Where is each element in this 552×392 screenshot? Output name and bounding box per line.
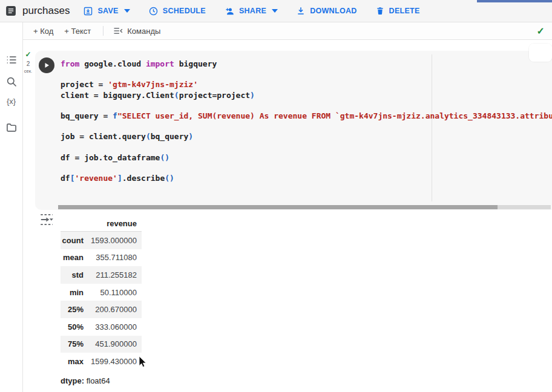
notebook-saved-check: ✓ (537, 25, 545, 37)
code-line: project = 'gtm-k4v7jns-mjziz' (61, 79, 552, 90)
table-row: 75%451.900000 (61, 336, 142, 353)
row-label: 25% (61, 305, 84, 314)
trash-icon (375, 6, 385, 16)
row-value: 211.255182 (84, 270, 142, 279)
clock-icon (148, 6, 159, 16)
row-label: min (61, 288, 84, 297)
table-row: mean355.711080 (61, 249, 142, 267)
code-line: df = job.to_dataframe() (61, 152, 552, 163)
files-icon[interactable] (5, 122, 18, 134)
notebook-icon (5, 5, 17, 17)
cell-success-check: ✓ (22, 51, 34, 58)
mouse-cursor (137, 356, 147, 368)
share-menu-button[interactable] (272, 9, 278, 13)
interactive-table-toggle[interactable] (39, 212, 56, 229)
delete-button[interactable]: DELETE (375, 6, 420, 16)
window-scrollbar-thumb[interactable] (477, 0, 552, 2)
table-of-contents-icon[interactable] (5, 54, 18, 66)
code-line (61, 142, 552, 152)
code-line: job = client.query(bq_query) (61, 131, 552, 142)
interactive-table-icon (39, 212, 54, 227)
code-cell: from google.cloud import bigquery projec… (35, 51, 552, 210)
chevron-down-icon (272, 9, 278, 13)
command-palette-icon (113, 27, 123, 35)
save-menu-button[interactable] (124, 9, 130, 13)
dtype-value: float64 (87, 376, 110, 385)
toolbar-divider (103, 26, 104, 36)
save-button[interactable]: SAVE (83, 6, 118, 16)
code-line (61, 163, 552, 173)
row-value: 451.900000 (84, 339, 142, 348)
table-row: min50.110000 (61, 284, 142, 301)
code-editor[interactable]: from google.cloud import bigquery projec… (61, 59, 552, 183)
add-code-button[interactable]: + Код (33, 27, 53, 36)
download-icon (296, 6, 306, 16)
row-value: 200.670000 (84, 305, 142, 314)
commands-button[interactable]: Команды (113, 27, 160, 36)
execution-status: ✓ 2 сек. (22, 51, 34, 74)
row-value: 355.711080 (84, 253, 142, 262)
search-icon[interactable] (5, 76, 18, 88)
row-label: 50% (61, 322, 84, 332)
row-value: 1593.000000 (84, 236, 142, 245)
code-line (61, 121, 552, 131)
execution-duration-unit: сек. (22, 69, 34, 74)
code-line: client = bigquery.Client(project=project… (61, 90, 552, 100)
row-label: std (61, 270, 84, 279)
add-text-label: + Текст (64, 27, 91, 36)
cell-actions-toolbar (529, 44, 552, 62)
variables-icon[interactable]: {x} (7, 97, 16, 106)
table-row: 25%200.670000 (61, 301, 142, 318)
chevron-down-icon (124, 9, 130, 13)
table-row: std211.255182 (61, 266, 142, 284)
delete-label: DELETE (389, 7, 420, 15)
schedule-label: SCHEDULE (163, 7, 206, 15)
share-label: SHARE (239, 7, 266, 15)
run-cell-button[interactable] (39, 57, 54, 73)
notebook-title[interactable]: purchases (22, 5, 70, 17)
schedule-button[interactable]: SCHEDULE (148, 6, 206, 16)
row-label: mean (61, 253, 84, 262)
cell-toolbar: + Код + Текст Команды ✓ (22, 22, 552, 40)
save-label: SAVE (97, 7, 118, 15)
row-label: count (61, 236, 84, 245)
dtype-label: dtype: (61, 376, 84, 385)
dtype-line: dtype: float64 (61, 376, 110, 385)
row-value: 333.060000 (84, 322, 142, 332)
person-add-icon (224, 6, 235, 16)
row-label: 75% (61, 339, 84, 348)
download-button[interactable]: DOWNLOAD (296, 6, 356, 16)
execution-duration: 2 (22, 61, 34, 67)
table-column-header: revenue (61, 216, 142, 232)
horizontal-scrollbar-thumb[interactable] (58, 205, 498, 209)
code-line: df['revenue'].describe() (61, 173, 552, 183)
add-code-label: + Код (33, 27, 53, 36)
row-value: 1599.430000 (84, 357, 142, 366)
download-label: DOWNLOAD (310, 7, 356, 15)
commands-label: Команды (127, 27, 160, 36)
code-line (61, 100, 552, 111)
left-sidebar: {x} (0, 22, 23, 392)
save-icon (83, 6, 93, 16)
code-line: from google.cloud import bigquery (61, 59, 552, 69)
row-label: max (61, 357, 84, 366)
add-text-button[interactable]: + Текст (64, 27, 91, 36)
code-line (61, 69, 552, 79)
describe-table: revenue count1593.000000mean355.711080st… (61, 216, 142, 370)
table-row: count1593.000000 (61, 232, 142, 249)
table-row: max1599.430000 (61, 353, 142, 370)
row-value: 50.110000 (84, 288, 142, 297)
top-toolbar: purchases SAVE SCHEDULE SHARE (0, 0, 552, 22)
play-icon (43, 62, 50, 69)
table-row: 50%333.060000 (61, 318, 142, 336)
share-button[interactable]: SHARE (224, 6, 266, 16)
notebook-app: purchases SAVE SCHEDULE SHARE (0, 0, 552, 392)
describe-table-body: count1593.000000mean355.711080std211.255… (61, 232, 142, 370)
code-line: bq_query = f"SELECT user_id, SUM(revenue… (61, 111, 552, 121)
